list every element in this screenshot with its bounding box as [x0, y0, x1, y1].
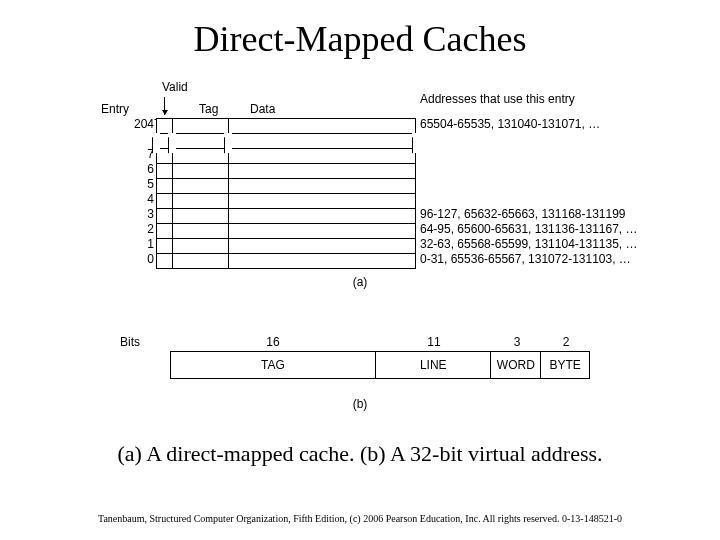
diagram-a: Entry Valid Tag Data Addresses that use … — [80, 70, 640, 305]
field-byte: BYTE — [541, 352, 589, 378]
address-example: 65504-65535, 131040-131071, … — [420, 117, 638, 132]
valid-arrow-icon — [164, 97, 165, 115]
address-fields-box: TAG LINE WORD BYTE — [170, 351, 590, 379]
break-mark-icon — [224, 133, 232, 153]
table-row — [157, 239, 415, 254]
row-labels: 2047 7 6 5 4 3 2 1 0 — [134, 117, 154, 267]
bits-line: 11 — [376, 335, 492, 349]
footer-text: Tanenbaum, Structured Computer Organizat… — [0, 513, 720, 524]
table-row — [157, 179, 415, 194]
table-row — [157, 209, 415, 224]
table-row — [157, 164, 415, 179]
row-label: 7 — [134, 147, 154, 162]
break-marks — [156, 133, 416, 153]
bits-tag: 16 — [170, 335, 376, 349]
address-example: 32-63, 65568-65599, 131104-131135, … — [420, 237, 638, 252]
row-label: 3 — [134, 207, 154, 222]
addresses-header: Addresses that use this entry — [420, 92, 575, 106]
table-row — [157, 194, 415, 209]
row-label: 1 — [134, 237, 154, 252]
address-example — [420, 132, 638, 147]
data-header: Data — [250, 102, 275, 116]
table-row — [157, 254, 415, 269]
tag-header: Tag — [199, 102, 218, 116]
address-example: 96-127, 65632-65663, 131168-131199 — [420, 207, 638, 222]
figure-caption: (a) A direct-mapped cache. (b) A 32-bit … — [0, 441, 720, 467]
address-example: 0-31, 65536-65567, 131072-131103, … — [420, 252, 638, 267]
valid-header: Valid — [162, 80, 188, 94]
bits-word: 3 — [492, 335, 542, 349]
field-word: WORD — [491, 352, 541, 378]
address-example — [420, 192, 638, 207]
field-tag: TAG — [171, 352, 376, 378]
row-label: 5 — [134, 177, 154, 192]
row-label: 6 — [134, 162, 154, 177]
table-row — [157, 119, 415, 134]
break-mark-icon — [152, 133, 160, 153]
entry-header: Entry — [101, 102, 129, 116]
table-row — [157, 224, 415, 239]
row-label — [134, 132, 154, 147]
break-mark-icon — [412, 133, 420, 153]
row-label: 4 — [134, 192, 154, 207]
diagram-b: Bits 16 11 3 2 TAG LINE WORD BYTE (b) — [110, 335, 610, 415]
field-line: LINE — [376, 352, 491, 378]
bits-row: 16 11 3 2 — [170, 335, 590, 349]
address-examples: 65504-65535, 131040-131071, … 96-127, 65… — [420, 117, 638, 267]
address-example — [420, 162, 638, 177]
address-example — [420, 177, 638, 192]
row-label: 0 — [134, 252, 154, 267]
page-title: Direct-Mapped Caches — [0, 18, 720, 60]
row-label: 2 — [134, 222, 154, 237]
bits-label: Bits — [120, 335, 140, 349]
diagram-a-sublabel: (a) — [80, 275, 640, 289]
bits-byte: 2 — [542, 335, 590, 349]
address-example — [420, 147, 638, 162]
break-mark-icon — [168, 133, 176, 153]
address-example: 64-95, 65600-65631, 131136-131167, … — [420, 222, 638, 237]
row-label: 2047 — [134, 117, 154, 132]
